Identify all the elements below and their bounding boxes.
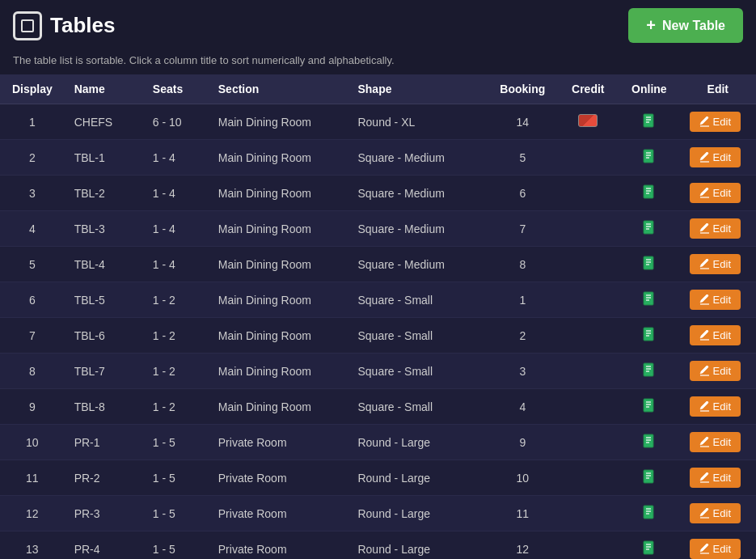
edit-button[interactable]: Edit — [690, 468, 741, 488]
edit-button[interactable]: Edit — [690, 361, 741, 381]
edit-button[interactable]: Edit — [690, 503, 741, 523]
cell-online — [619, 496, 680, 531]
svg-rect-55 — [644, 506, 653, 519]
cell-display: 8 — [0, 354, 65, 389]
col-header-shape[interactable]: Shape — [348, 74, 488, 104]
edit-button[interactable]: Edit — [690, 539, 741, 559]
edit-button[interactable]: Edit — [690, 218, 741, 239]
cell-credit — [558, 140, 619, 176]
edit-button[interactable]: Edit — [690, 396, 741, 417]
col-header-seats[interactable]: Seats — [143, 74, 209, 104]
cell-seats: 1 - 4 — [143, 176, 209, 211]
edit-button[interactable]: Edit — [690, 254, 741, 274]
cell-online — [619, 354, 680, 389]
cell-credit — [558, 389, 619, 425]
cell-name: TBL-8 — [65, 389, 143, 425]
cell-seats: 1 - 2 — [143, 389, 209, 425]
cell-name: PR-1 — [65, 425, 143, 460]
title-area: Tables — [13, 11, 115, 40]
cell-online — [619, 318, 680, 354]
cell-shape: Square - Small — [348, 354, 488, 389]
edit-button[interactable]: Edit — [690, 290, 741, 310]
cell-booking: 5 — [488, 140, 557, 176]
cell-seats: 1 - 4 — [143, 247, 209, 282]
cell-seats: 6 - 10 — [143, 104, 209, 140]
cell-name: TBL-4 — [65, 247, 143, 282]
cell-seats: 1 - 5 — [143, 425, 209, 460]
cell-shape: Square - Small — [348, 389, 488, 425]
edit-button[interactable]: Edit — [690, 147, 741, 167]
cell-credit — [558, 460, 619, 496]
online-book-icon — [641, 184, 657, 200]
col-header-name[interactable]: Name — [65, 74, 143, 104]
edit-pencil-icon — [699, 188, 710, 198]
cell-booking: 9 — [488, 425, 557, 460]
edit-button[interactable]: Edit — [690, 325, 741, 345]
svg-rect-50 — [644, 470, 653, 483]
cell-display: 11 — [0, 460, 65, 496]
cell-booking: 2 — [488, 318, 557, 354]
online-book-icon — [641, 433, 657, 449]
table-row: 4TBL-31 - 4Main Dining RoomSquare - Medi… — [0, 211, 756, 247]
col-header-display[interactable]: Display — [0, 74, 65, 104]
col-header-online[interactable]: Online — [619, 74, 680, 104]
edit-button[interactable]: Edit — [690, 432, 741, 452]
cell-section: Main Dining Room — [209, 176, 348, 211]
col-header-section[interactable]: Section — [209, 74, 348, 104]
table-row: 1CHEFS6 - 10Main Dining RoomRound - XL14… — [0, 104, 756, 140]
cell-name: PR-2 — [65, 460, 143, 496]
cell-edit: Edit — [680, 282, 756, 318]
online-book-icon — [641, 112, 657, 129]
page-title: Tables — [50, 13, 115, 38]
edit-pencil-icon — [699, 366, 710, 376]
cell-display: 1 — [0, 104, 65, 140]
cell-seats: 1 - 5 — [143, 496, 209, 531]
edit-pencil-icon — [699, 472, 710, 483]
cell-display: 12 — [0, 496, 65, 531]
cell-shape: Round - Large — [348, 496, 488, 531]
cell-name: PR-4 — [65, 531, 143, 560]
table-row: 9TBL-81 - 2Main Dining RoomSquare - Smal… — [0, 389, 756, 425]
table-row: 5TBL-41 - 4Main Dining RoomSquare - Medi… — [0, 247, 756, 282]
cell-edit: Edit — [680, 140, 756, 176]
svg-rect-0 — [644, 114, 653, 127]
cell-online — [619, 389, 680, 425]
cell-online — [619, 282, 680, 318]
table-row: 10PR-11 - 5Private RoomRound - Large9 Ed… — [0, 425, 756, 460]
cell-edit: Edit — [680, 531, 756, 560]
svg-rect-25 — [644, 292, 653, 305]
cell-display: 13 — [0, 531, 65, 560]
svg-rect-35 — [644, 363, 653, 376]
cell-display: 5 — [0, 247, 65, 282]
col-header-edit[interactable]: Edit — [680, 74, 756, 104]
col-header-credit[interactable]: Credit — [558, 74, 619, 104]
plus-icon: + — [646, 16, 656, 35]
table-row: 2TBL-11 - 4Main Dining RoomSquare - Medi… — [0, 140, 756, 176]
cell-booking: 3 — [488, 354, 557, 389]
table-header-row: Display Name Seats Section Shape Booking… — [0, 74, 756, 104]
cell-edit: Edit — [680, 176, 756, 211]
svg-rect-60 — [644, 541, 653, 554]
cell-edit: Edit — [680, 318, 756, 354]
edit-pencil-icon — [699, 401, 710, 412]
online-book-icon — [641, 540, 657, 556]
new-table-button[interactable]: + New Table — [628, 8, 743, 43]
edit-button[interactable]: Edit — [690, 112, 741, 132]
cell-booking: 14 — [488, 104, 557, 140]
cell-online — [619, 460, 680, 496]
cell-section: Private Room — [209, 496, 348, 531]
cell-credit — [558, 354, 619, 389]
edit-button[interactable]: Edit — [690, 183, 741, 203]
cell-section: Private Room — [209, 531, 348, 560]
edit-pencil-icon — [699, 223, 710, 234]
edit-pencil-icon — [699, 294, 710, 305]
col-header-booking[interactable]: Booking — [488, 74, 557, 104]
cell-display: 2 — [0, 140, 65, 176]
online-book-icon — [641, 362, 657, 378]
cell-name: CHEFS — [65, 104, 143, 140]
cell-name: TBL-5 — [65, 282, 143, 318]
cell-name: TBL-1 — [65, 140, 143, 176]
svg-rect-20 — [644, 256, 653, 269]
cell-booking: 1 — [488, 282, 557, 318]
cell-section: Main Dining Room — [209, 140, 348, 176]
